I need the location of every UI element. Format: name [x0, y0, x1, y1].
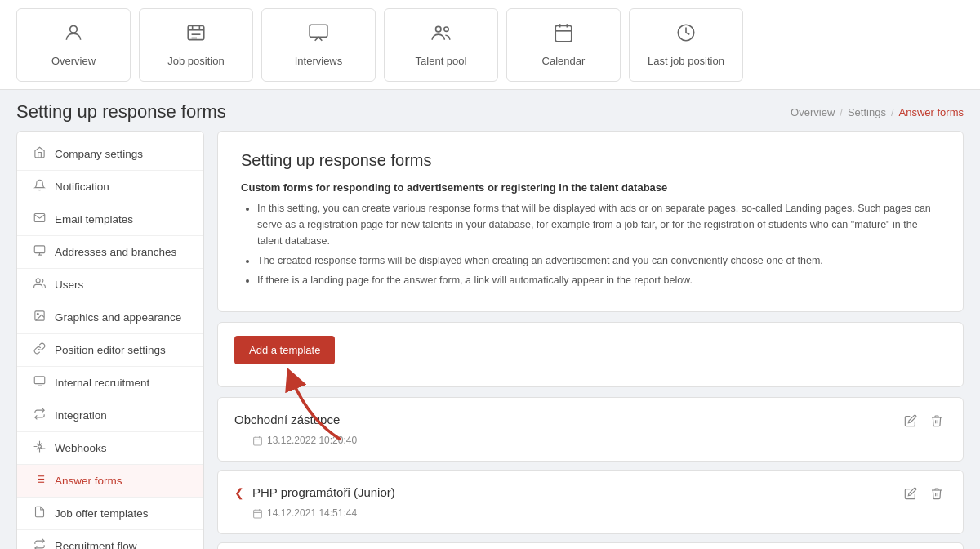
- info-box: Setting up response forms Custom forms f…: [217, 131, 964, 312]
- users-icon: [32, 277, 47, 292]
- template-delete-button-2[interactable]: [927, 485, 947, 505]
- job-position-icon: [185, 22, 207, 48]
- nav-overview-label: Overview: [51, 55, 96, 67]
- email-templates-icon: [32, 212, 47, 227]
- position-editor-icon: [32, 342, 47, 358]
- sidebar-label-users: Users: [55, 279, 83, 291]
- svg-point-8: [436, 26, 442, 32]
- template-left-1: Obchodní zástupce 13.12.2022 10:20:40: [234, 413, 357, 446]
- svg-point-0: [70, 25, 78, 33]
- template-left-2: ❮ PHP programátoři (Junior) 14.12.2021 1…: [234, 485, 395, 519]
- breadcrumb: Overview / Settings / Answer forms: [791, 106, 964, 118]
- breadcrumb-overview[interactable]: Overview: [791, 106, 835, 118]
- sidebar-item-webhooks[interactable]: Webhooks: [17, 432, 203, 465]
- sidebar-item-company-settings[interactable]: Company settings: [17, 138, 203, 171]
- sidebar-label-recruitment-flow: Recruitment flow: [55, 540, 137, 549]
- sidebar-item-addresses-branches[interactable]: Addresses and branches: [17, 236, 203, 269]
- notification-icon: [32, 179, 47, 194]
- overview-icon: [63, 22, 84, 48]
- template-date-text-1: 13.12.2022 10:20:40: [267, 435, 357, 446]
- template-date-text-2: 14.12.2021 14:51:44: [267, 507, 357, 519]
- breadcrumb-bar: Setting up response forms Overview / Set…: [16, 90, 964, 131]
- svg-rect-10: [555, 25, 572, 42]
- breadcrumb-active: Answer forms: [899, 106, 964, 118]
- job-offer-templates-icon: [32, 506, 47, 521]
- content-title: Setting up response forms: [241, 151, 940, 170]
- template-delete-button-1[interactable]: [927, 413, 947, 432]
- sidebar-item-recruitment-flow[interactable]: Recruitment flow: [17, 530, 203, 549]
- talent-pool-icon: [430, 22, 452, 48]
- template-edit-button-1[interactable]: [901, 413, 920, 432]
- sidebar-label-graphics: Graphics and appearance: [55, 311, 181, 324]
- svg-rect-15: [34, 246, 45, 253]
- company-settings-icon: [32, 146, 47, 162]
- nav-job-position-label: Job position: [167, 55, 224, 67]
- sidebar-label-notification: Notification: [55, 181, 109, 193]
- webhooks-icon: [32, 440, 47, 456]
- answer-forms-icon: [32, 473, 47, 489]
- template-edit-button-2[interactable]: [901, 485, 920, 505]
- sidebar-label-webhooks: Webhooks: [55, 442, 107, 454]
- content-description: In this setting, you can create various …: [241, 200, 940, 288]
- sidebar-label-job-offer-templates: Job offer templates: [55, 507, 149, 520]
- nav-calendar[interactable]: Calendar: [506, 8, 621, 82]
- nav-interviews-label: Interviews: [295, 55, 343, 67]
- breadcrumb-sep-1: /: [840, 106, 843, 118]
- breadcrumb-sep-2: /: [891, 106, 894, 118]
- sidebar-item-internal-recruitment[interactable]: Internal recruitment: [17, 367, 203, 399]
- template-chevron-2: ❮: [234, 486, 244, 499]
- template-card-1: Obchodní zástupce 13.12.2022 10:20:40: [217, 397, 964, 462]
- page-wrapper: Setting up response forms Overview / Set…: [0, 90, 980, 549]
- nav-overview[interactable]: Overview: [16, 8, 131, 82]
- content-subtitle: Custom forms for responding to advertise…: [241, 181, 940, 194]
- content-bullet-3: If there is a landing page for the answe…: [257, 272, 940, 288]
- nav-interviews[interactable]: Interviews: [261, 8, 376, 82]
- content-bullet-1: In this setting, you can create various …: [257, 200, 940, 249]
- page-title: Setting up response forms: [16, 101, 226, 123]
- content-bullet-2: The created response forms will be displ…: [257, 252, 940, 269]
- sidebar-item-integration[interactable]: Integration: [17, 399, 203, 432]
- sidebar-label-email-templates: Email templates: [55, 213, 133, 225]
- sidebar-item-position-editor[interactable]: Position editor settings: [17, 334, 203, 367]
- nav-talent-pool[interactable]: Talent pool: [384, 8, 498, 82]
- interviews-icon: [308, 22, 329, 48]
- sidebar-item-graphics-appearance[interactable]: Graphics and appearance: [17, 301, 203, 334]
- internal-recruitment-icon: [32, 375, 47, 391]
- template-actions-2: [901, 485, 947, 505]
- sidebar-item-email-templates[interactable]: Email templates: [17, 203, 203, 236]
- sidebar-item-notification[interactable]: Notification: [17, 171, 203, 203]
- breadcrumb-settings[interactable]: Settings: [848, 106, 886, 118]
- add-template-section: Add a template: [217, 322, 964, 387]
- integration-icon: [32, 408, 47, 423]
- addresses-branches-icon: [32, 244, 47, 260]
- nav-last-job-position[interactable]: Last job position: [629, 8, 743, 82]
- sidebar-label-company-settings: Company settings: [55, 148, 143, 160]
- nav-talent-pool-label: Talent pool: [416, 55, 467, 67]
- svg-rect-21: [34, 377, 45, 384]
- content-area: Setting up response forms Custom forms f…: [217, 131, 964, 549]
- template-card-3: ❮ Pokročilý dotazník 18.03.2022 15:45:01…: [217, 542, 964, 549]
- template-card-2: ❮ PHP programátoři (Junior) 14.12.2021 1…: [217, 470, 964, 534]
- sidebar-item-answer-forms[interactable]: Answer forms: [17, 465, 203, 498]
- template-name-row-1: Obchodní zástupce: [234, 413, 357, 426]
- sidebar-item-users[interactable]: Users: [17, 269, 203, 301]
- add-template-button[interactable]: Add a template: [234, 336, 335, 364]
- svg-point-9: [444, 27, 448, 31]
- calendar-icon-1: [252, 435, 263, 446]
- sidebar: Company settings Notification Email temp…: [16, 131, 204, 549]
- graphics-appearance-icon: [32, 310, 47, 325]
- sidebar-item-job-offer-templates[interactable]: Job offer templates: [17, 498, 203, 530]
- svg-rect-31: [254, 437, 262, 445]
- sidebar-label-answer-forms: Answer forms: [55, 475, 122, 487]
- sidebar-label-integration: Integration: [55, 409, 107, 422]
- nav-job-position[interactable]: Job position: [139, 8, 253, 82]
- svg-rect-7: [310, 25, 327, 37]
- template-name-1: Obchodní zástupce: [234, 413, 340, 426]
- last-job-position-icon: [675, 22, 697, 48]
- sidebar-label-internal-recruitment: Internal recruitment: [55, 377, 149, 389]
- svg-point-18: [36, 279, 40, 283]
- calendar-icon: [553, 22, 574, 48]
- svg-rect-35: [254, 510, 262, 518]
- template-date-2: 14.12.2021 14:51:44: [234, 507, 395, 519]
- template-name-2: PHP programátoři (Junior): [252, 485, 395, 499]
